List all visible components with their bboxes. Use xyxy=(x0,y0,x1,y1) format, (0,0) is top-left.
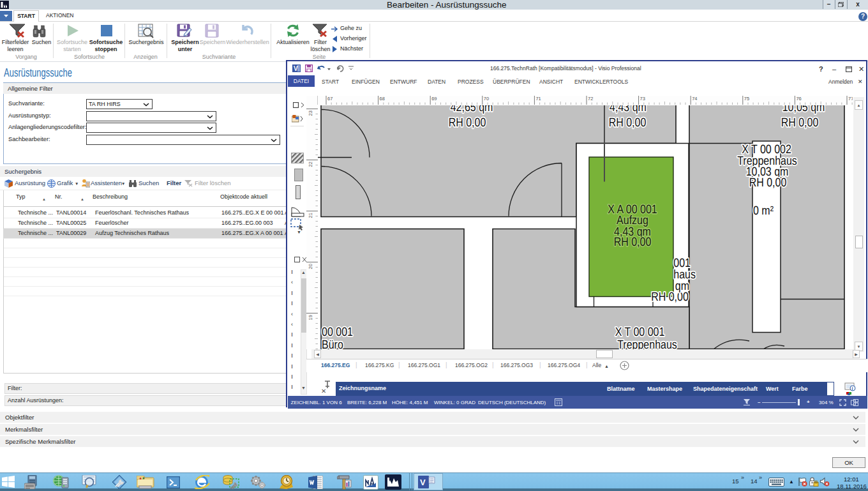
svg-text:20: 20 xyxy=(308,264,313,269)
svg-text:69: 69 xyxy=(431,96,437,102)
svg-text:RH 0,00: RH 0,00 xyxy=(609,116,647,129)
svg-text:75: 75 xyxy=(744,96,749,102)
svg-text:10,05 qm: 10,05 qm xyxy=(782,105,825,114)
svg-text:67: 67 xyxy=(327,96,333,102)
svg-text:0 m²: 0 m² xyxy=(753,204,774,216)
svg-text:Büro: Büro xyxy=(322,338,343,349)
svg-text:qm: qm xyxy=(675,280,689,292)
svg-text:00 001: 00 001 xyxy=(322,326,353,338)
svg-text:21: 21 xyxy=(308,213,313,218)
svg-text:i: i xyxy=(852,386,853,391)
svg-text:23: 23 xyxy=(308,110,313,116)
svg-text:70: 70 xyxy=(484,96,489,102)
svg-text:74: 74 xyxy=(692,96,697,102)
svg-text:4,43 qm: 4,43 qm xyxy=(610,105,647,114)
svg-text:V: V xyxy=(420,478,426,487)
svg-text:RH 0,00: RH 0,00 xyxy=(449,116,486,129)
svg-text:71: 71 xyxy=(535,96,541,102)
svg-text:RH 0,00: RH 0,00 xyxy=(749,176,787,189)
svg-text:68: 68 xyxy=(380,96,385,102)
svg-text:22: 22 xyxy=(308,162,313,167)
svg-text:RH 0,00: RH 0,00 xyxy=(614,236,652,248)
svg-text:19: 19 xyxy=(308,315,313,320)
svg-text:73: 73 xyxy=(640,96,645,102)
svg-text:X T 00 001: X T 00 001 xyxy=(615,326,665,338)
svg-text:Treppenhaus: Treppenhaus xyxy=(617,338,677,349)
svg-text:77: 77 xyxy=(848,96,853,102)
svg-text:72: 72 xyxy=(588,96,593,102)
svg-text:V: V xyxy=(294,65,298,72)
svg-text:RH 0,00: RH 0,00 xyxy=(781,116,819,129)
svg-text:76: 76 xyxy=(796,96,801,102)
svg-text:42,65 qm: 42,65 qm xyxy=(451,105,493,114)
